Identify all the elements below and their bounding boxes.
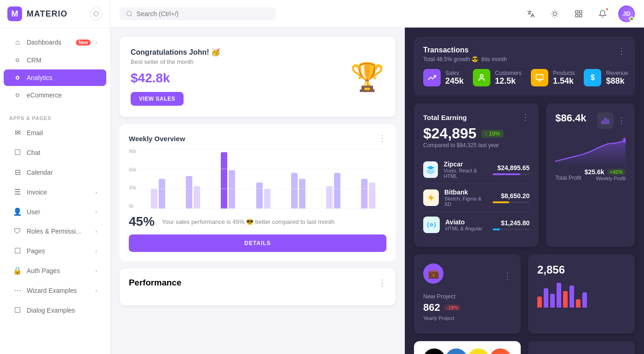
- sidebar-item-auth[interactable]: 🔒 Auth Pages ›: [4, 262, 106, 280]
- earning-menu-button[interactable]: ⋮: [521, 112, 529, 122]
- sidebar-item-chat[interactable]: ☐ Chat: [4, 143, 106, 161]
- stat-sales-info: Sales 245k: [445, 70, 464, 86]
- chevron-icon: ›: [95, 268, 97, 274]
- chevron-icon: ›: [95, 248, 97, 254]
- sidebar-item-label: eCommerce: [27, 91, 97, 99]
- stat-revenue-info: Revenue $88k: [606, 70, 628, 86]
- sidebar-item-label: Analytics: [27, 74, 97, 81]
- aviato-icon: [423, 217, 440, 233]
- sidebar-item-label: Roles & Permissi...: [27, 228, 91, 235]
- weekly-profit-badge: +42%: [607, 169, 626, 175]
- zipcar-sub: Vuejs, React & HTML: [443, 168, 487, 179]
- dialog-icon: ☐: [13, 306, 22, 314]
- svg-rect-13: [605, 119, 606, 124]
- bar-light: [229, 170, 235, 209]
- trophy-icon: 🏆: [350, 61, 385, 93]
- profit-value-container: $86.4k: [555, 112, 586, 126]
- bar-group-6: [317, 149, 349, 209]
- sidebar-item-analytics[interactable]: Analytics: [4, 69, 106, 86]
- avatar[interactable]: JD: [618, 6, 635, 22]
- logo-text: MATERIO: [27, 9, 68, 19]
- performance-title: Performance: [129, 278, 181, 288]
- right-widgets: $86.4k ⋮: [546, 103, 635, 247]
- circle-icon: [16, 58, 19, 62]
- bar-light: [326, 186, 333, 209]
- aviato-progress-fill: [493, 228, 500, 230]
- weekly-profit-value: $25.6k: [585, 168, 604, 176]
- new-badge: New: [76, 40, 91, 46]
- svg-point-11: [431, 224, 433, 226]
- logo-icon: M: [7, 6, 22, 21]
- total-earning-value: $24,895 ↑ 10%: [423, 125, 529, 142]
- sidebar-item-ecommerce[interactable]: eCommerce: [4, 87, 106, 103]
- grid-button[interactable]: [570, 6, 587, 22]
- view-sales-button[interactable]: VIEW SALES: [131, 92, 184, 106]
- transactions-stats: Sales 245k Customers 12.5k: [423, 69, 626, 86]
- avatar-online-dot: [629, 17, 634, 21]
- sidebar-item-email[interactable]: ✉ Email: [4, 124, 106, 142]
- bar-group-2: [177, 149, 209, 209]
- sidebar-item-dashboards[interactable]: ⌂ Dashboards New ›: [4, 34, 106, 51]
- mini-bar-3: [550, 294, 555, 308]
- project-menu-button[interactable]: ⋮: [503, 271, 512, 281]
- translate-button[interactable]: [523, 6, 539, 22]
- sidebar-item-calendar[interactable]: ⊟ Calendar: [4, 163, 106, 181]
- notification-button[interactable]: [594, 6, 611, 22]
- revenue-value: $88k: [606, 76, 628, 86]
- customers-label: Customers: [495, 70, 522, 76]
- sidebar-item-label: Wizard Examples: [27, 287, 91, 294]
- sidebar-item-user[interactable]: 👤 User ›: [4, 203, 106, 221]
- stat-revenue: $ Revenue $88k: [584, 69, 628, 86]
- stat-products: Products 1.54k: [531, 69, 575, 86]
- total-earning-card: Total Earning ⋮ $24,895 ↑ 10% Compared t…: [414, 103, 539, 247]
- customers-icon: [473, 69, 490, 86]
- weekly-overview-card: Weekly Overview ⋮ 90k 60k 30k 0k: [120, 124, 396, 261]
- chevron-icon: ›: [95, 189, 97, 195]
- mini-bar-1: [537, 297, 542, 308]
- bar-group-1: [142, 149, 174, 209]
- bitbank-sub: Sketch, Figma & XD: [444, 196, 487, 207]
- sidebar-item-invoice[interactable]: ☰ Invoice ›: [4, 183, 106, 201]
- sidebar-item-roles[interactable]: 🛡 Roles & Permissi... ›: [4, 223, 106, 240]
- zipcar-name: Zipcar: [443, 160, 487, 168]
- sidebar-item-crm[interactable]: CRM: [4, 52, 106, 69]
- search-input[interactable]: [137, 10, 270, 17]
- invoice-icon: ☰: [13, 188, 22, 196]
- chevron-icon: ›: [95, 288, 97, 293]
- right-panel: Transactions ⋮ Total 48.5% growth 😎 this…: [405, 28, 644, 354]
- bar-light: [194, 186, 200, 209]
- sales-icon: [423, 69, 441, 86]
- sidebar-item-label: Auth Pages: [27, 267, 91, 274]
- revenue-label: Revenue: [606, 70, 628, 76]
- svg-rect-5: [575, 14, 578, 17]
- content-area: Congratulations John! 🥳 Best seller of t…: [110, 28, 644, 354]
- stats-mini-card: 2,856: [528, 254, 635, 334]
- sidebar-item-dialog[interactable]: ☐ Dialog Examples: [4, 301, 106, 319]
- stat-products-info: Products 1.54k: [553, 70, 575, 86]
- transactions-subtitle-suffix: this month: [481, 56, 506, 63]
- left-panel: Congratulations John! 🥳 Best seller of t…: [110, 28, 405, 354]
- stat-customers: Customers 12.5k: [473, 69, 522, 86]
- transactions-dark-card: Transactions ⋮ Total 48.5% growth 😎 this…: [414, 37, 635, 96]
- stat-customers-info: Customers 12.5k: [495, 70, 522, 86]
- sidebar-item-pages[interactable]: ☐ Pages ›: [4, 242, 106, 260]
- sidebar-item-wizard[interactable]: ⋯ Wizard Examples ›: [4, 281, 106, 299]
- bar-group-3: [212, 149, 244, 209]
- transactions-menu-button[interactable]: ⋮: [617, 46, 626, 56]
- project-icon: 💼: [423, 263, 443, 284]
- performance-menu-button[interactable]: ⋮: [378, 278, 386, 288]
- main-area: JD Congratulations John! 🥳 Best seller o…: [110, 0, 644, 354]
- typescript-logo: TS: [445, 348, 467, 354]
- details-button[interactable]: DETAILS: [129, 234, 386, 252]
- search-bar[interactable]: [120, 7, 276, 20]
- profit-menu-button[interactable]: ⋮: [617, 115, 626, 126]
- sidebar-pin-button[interactable]: [90, 7, 103, 20]
- theme-button[interactable]: [546, 6, 563, 22]
- mini-bar-chart: [537, 280, 626, 308]
- svg-point-7: [480, 74, 483, 77]
- weekly-footer: 45% Your sales performance is 45% 😎 bett…: [129, 214, 386, 229]
- weekly-menu-button[interactable]: ⋮: [378, 133, 386, 143]
- zipcar-progress: [493, 173, 529, 175]
- nextjs-logo: N: [423, 348, 445, 354]
- congrats-title: Congratulations John! 🥳: [131, 48, 220, 57]
